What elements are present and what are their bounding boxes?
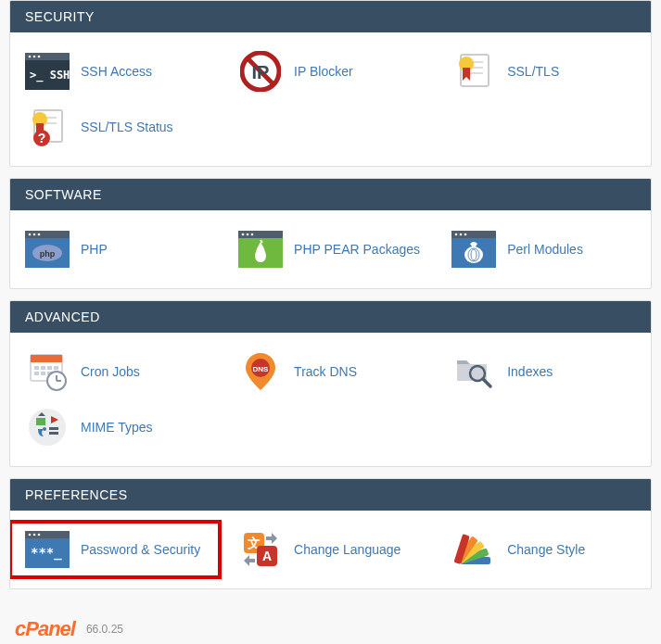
item-label: PHP PEAR Packages [294,242,420,257]
footer: cPanel 66.0.25 [9,600,652,644]
item-password-security[interactable]: ***_ Password & Security [10,522,223,577]
language-icon: 文 A [238,531,283,568]
svg-rect-62 [49,427,58,430]
panel-title: PREFERENCES [25,487,128,502]
ssl-certificate-icon [451,53,496,90]
svg-text:?: ? [38,131,46,145]
svg-rect-42 [31,355,62,362]
svg-point-30 [251,234,254,236]
dns-pin-icon: DNS [238,353,283,390]
ip-blocker-icon: IP [238,53,283,90]
panel-body-advanced: Cron Jobs DNS Track DNS [10,333,651,466]
svg-point-34 [455,234,458,236]
item-label: MIME Types [81,420,153,435]
folder-search-icon [451,353,496,390]
highlight-box [9,520,222,579]
svg-rect-59 [36,418,45,425]
item-change-style[interactable]: Change Style [437,522,650,577]
calendar-clock-icon [25,353,70,390]
mime-types-icon [25,409,70,446]
svg-text:IP: IP [252,62,270,82]
item-label: Track DNS [294,364,357,379]
item-label: SSL/TLS [507,64,559,79]
svg-text:DNS: DNS [253,365,270,373]
item-label: SSL/TLS Status [81,120,173,134]
item-label: Change Style [507,542,585,557]
item-label: Cron Jobs [81,364,140,379]
svg-point-21 [29,234,32,236]
item-ssl-tls[interactable]: SSL/TLS [437,44,650,99]
svg-rect-33 [451,231,496,238]
svg-rect-45 [47,366,52,370]
svg-point-23 [38,234,41,236]
svg-point-35 [460,234,463,236]
php-icon: php [25,231,70,268]
panel-title: SECURITY [25,9,95,24]
svg-point-64 [43,427,46,431]
panel-title: SOFTWARE [25,187,102,202]
ssh-terminal-icon: >_ SSH [25,53,70,90]
panel-security: SECURITY >_ SSH SSH Access [9,0,652,167]
panel-advanced: ADVANCED Cron Jobs [9,300,652,467]
svg-point-36 [464,234,467,236]
item-label: IP Blocker [294,64,353,79]
ssl-status-icon: ? [25,108,70,145]
perl-onion-icon [451,231,496,268]
svg-point-58 [29,409,66,446]
svg-point-29 [247,234,249,236]
item-cron-jobs[interactable]: Cron Jobs [10,344,223,399]
item-mime-types[interactable]: MIME Types [10,399,223,455]
svg-rect-43 [34,366,39,370]
svg-point-22 [33,234,36,236]
item-php-pear[interactable]: PHP PEAR Packages [223,221,437,277]
item-label: SSH Access [81,64,152,79]
svg-rect-20 [25,231,70,238]
svg-rect-44 [41,366,45,370]
svg-text:A: A [262,549,272,563]
svg-rect-27 [238,231,283,238]
item-ip-blocker[interactable]: IP IP Blocker [223,44,437,99]
color-fan-icon [451,531,496,568]
pear-icon [238,231,283,268]
svg-rect-46 [54,366,58,370]
svg-rect-63 [49,432,58,435]
panel-title: ADVANCED [25,309,100,324]
item-label: Indexes [507,364,553,379]
panel-header-security[interactable]: SECURITY [10,1,651,32]
panel-software: SOFTWARE php PHP [9,178,652,289]
version-text: 66.0.25 [86,623,123,636]
item-label: Change Language [294,542,400,557]
item-perl-modules[interactable]: Perl Modules [437,221,650,277]
svg-text:>_ SSH: >_ SSH [30,69,70,82]
panel-preferences: PREFERENCES ***_ Password & Security [9,478,652,589]
svg-text:php: php [40,249,56,259]
item-ssl-tls-status[interactable]: ? SSL/TLS Status [10,99,223,155]
panel-body-preferences: ***_ Password & Security 文 A [10,511,651,588]
panel-header-preferences[interactable]: PREFERENCES [10,479,651,511]
svg-rect-0 [25,53,70,60]
panel-header-software[interactable]: SOFTWARE [10,179,651,210]
svg-point-3 [38,56,41,58]
item-indexes[interactable]: Indexes [437,344,650,399]
panel-header-advanced[interactable]: ADVANCED [10,301,651,333]
item-label: Perl Modules [507,242,583,257]
svg-point-28 [242,234,245,236]
svg-point-2 [33,56,36,58]
item-ssh-access[interactable]: >_ SSH SSH Access [10,44,223,99]
panel-body-software: php PHP PHP PEA [10,210,651,288]
item-php[interactable]: php PHP [10,221,223,277]
item-track-dns[interactable]: DNS Track DNS [223,344,437,399]
svg-rect-48 [41,372,45,375]
brand-logo: cPanel [15,617,75,641]
svg-rect-47 [34,372,39,375]
panel-body-security: >_ SSH SSH Access IP IP Blocker [10,32,651,166]
item-change-language[interactable]: 文 A Change Language [223,522,437,577]
svg-point-1 [29,56,32,58]
item-label: PHP [81,242,108,257]
